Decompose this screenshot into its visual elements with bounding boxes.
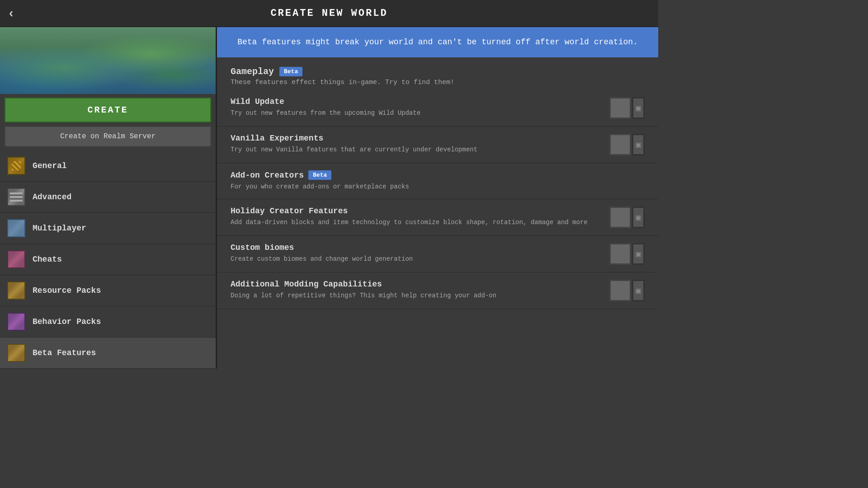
sidebar-item-multiplayer[interactable]: Multiplayer <box>0 213 216 244</box>
beta-icon <box>7 344 25 362</box>
feature-holiday-desc: Add data-driven blocks and item technolo… <box>231 218 592 227</box>
header: ‹ CREATE NEW WORLD <box>0 0 658 27</box>
general-icon <box>7 157 25 175</box>
beta-warning-text: Beta features might break your world and… <box>231 36 645 48</box>
toggle-wild-update-box[interactable] <box>609 97 631 119</box>
feature-vanilla-desc: Try out new Vanilla features that are cu… <box>231 145 592 155</box>
toggle-modding-icon[interactable] <box>632 280 645 301</box>
sidebar-label-multiplayer: Multiplayer <box>33 224 86 233</box>
content-panel: Beta features might break your world and… <box>217 27 658 369</box>
back-button[interactable]: ‹ <box>9 6 13 20</box>
sidebar-label-resource: Resource Packs <box>33 286 101 295</box>
multiplayer-icon <box>7 219 25 237</box>
feature-wild-update: Wild Update Try out new features from th… <box>217 90 658 127</box>
addon-beta-badge: Beta <box>308 170 331 180</box>
resource-icon <box>7 282 25 300</box>
feature-addon-desc: For you who create add-ons or marketplac… <box>231 183 592 192</box>
feature-wild-update-title: Wild Update <box>231 97 600 106</box>
feature-vanilla-title: Vanilla Experiments <box>231 134 600 143</box>
create-button[interactable]: CREATE <box>5 98 211 122</box>
sidebar-label-advanced: Advanced <box>33 192 71 202</box>
page-container: ‹ CREATE NEW WORLD CREATE Create on Real… <box>0 0 658 369</box>
feature-addon-info: Add-on Creators Beta For you who create … <box>231 170 645 192</box>
feature-biomes-info: Custom biomes Create custom biomes and c… <box>231 243 600 264</box>
feature-modding: Additional Modding Capabilities Doing a … <box>217 272 658 309</box>
toggle-biomes[interactable] <box>609 243 645 265</box>
toggle-vanilla-icon[interactable] <box>632 134 645 155</box>
toggle-biomes-box[interactable] <box>609 243 631 265</box>
feature-wild-update-desc: Try out new features from the upcoming W… <box>231 109 592 118</box>
toggle-holiday[interactable] <box>609 206 645 228</box>
section-description: These features effect things in-game. Tr… <box>231 79 645 86</box>
feature-holiday-info: Holiday Creator Features Add data-driven… <box>231 206 600 227</box>
feature-modding-desc: Doing a lot of repetitive things? This m… <box>231 291 592 300</box>
page-title: CREATE NEW WORLD <box>270 8 387 19</box>
sidebar-item-beta[interactable]: Beta Features <box>0 338 216 369</box>
toggle-holiday-box[interactable] <box>609 206 631 228</box>
main-content: CREATE Create on Realm Server General Ad… <box>0 27 658 369</box>
toggle-biomes-icon[interactable] <box>632 243 645 265</box>
feature-addon: Add-on Creators Beta For you who create … <box>217 163 658 199</box>
toggle-modding[interactable] <box>609 280 645 301</box>
section-title-text: Gameplay <box>231 66 274 77</box>
sidebar-item-behavior[interactable]: Behavior Packs <box>0 306 216 338</box>
sidebar-label-cheats: Cheats <box>33 255 62 264</box>
feature-biomes-desc: Create custom biomes and change world ge… <box>231 255 592 264</box>
feature-holiday-toggle-container <box>609 206 645 228</box>
advanced-icon <box>7 188 25 206</box>
world-preview-blocks <box>0 27 216 94</box>
feature-addon-title: Add-on Creators Beta <box>231 170 645 180</box>
feature-vanilla-toggle-container <box>609 134 645 155</box>
feature-holiday: Holiday Creator Features Add data-driven… <box>217 199 658 236</box>
sidebar-item-resource[interactable]: Resource Packs <box>0 275 216 306</box>
toggle-modding-box[interactable] <box>609 280 631 301</box>
sidebar-label-beta: Beta Features <box>33 348 96 357</box>
feature-wild-update-info: Wild Update Try out new features from th… <box>231 97 600 118</box>
feature-holiday-title: Holiday Creator Features <box>231 206 600 216</box>
section-badge: Beta <box>279 67 302 76</box>
sidebar-label-behavior: Behavior Packs <box>33 317 101 326</box>
behavior-icon <box>7 313 25 331</box>
sidebar: CREATE Create on Realm Server General Ad… <box>0 27 217 369</box>
beta-warning: Beta features might break your world and… <box>217 27 658 57</box>
feature-modding-title: Additional Modding Capabilities <box>231 280 600 289</box>
toggle-vanilla[interactable] <box>609 134 645 155</box>
toggle-wild-update-icon[interactable] <box>632 97 645 119</box>
sidebar-label-general: General <box>33 161 67 170</box>
feature-vanilla: Vanilla Experiments Try out new Vanilla … <box>217 127 658 163</box>
toggle-vanilla-box[interactable] <box>609 134 631 155</box>
sidebar-item-general[interactable]: General <box>0 150 216 182</box>
section-header: Gameplay Beta These features effect thin… <box>217 57 658 90</box>
sidebar-item-cheats[interactable]: Cheats <box>0 244 216 275</box>
toggle-wild-update[interactable] <box>609 97 645 119</box>
sidebar-item-advanced[interactable]: Advanced <box>0 182 216 213</box>
feature-biomes-toggle-container <box>609 243 645 265</box>
feature-modding-toggle-container <box>609 280 645 301</box>
toggle-holiday-icon[interactable] <box>632 206 645 228</box>
realm-button[interactable]: Create on Realm Server <box>5 126 211 147</box>
feature-biomes: Custom biomes Create custom biomes and c… <box>217 236 658 272</box>
feature-modding-info: Additional Modding Capabilities Doing a … <box>231 280 600 300</box>
cheats-icon <box>7 250 25 268</box>
world-preview <box>0 27 216 94</box>
feature-wild-update-toggle-container <box>609 97 645 119</box>
section-title: Gameplay Beta <box>231 66 645 77</box>
feature-biomes-title: Custom biomes <box>231 243 600 252</box>
feature-vanilla-info: Vanilla Experiments Try out new Vanilla … <box>231 134 600 155</box>
